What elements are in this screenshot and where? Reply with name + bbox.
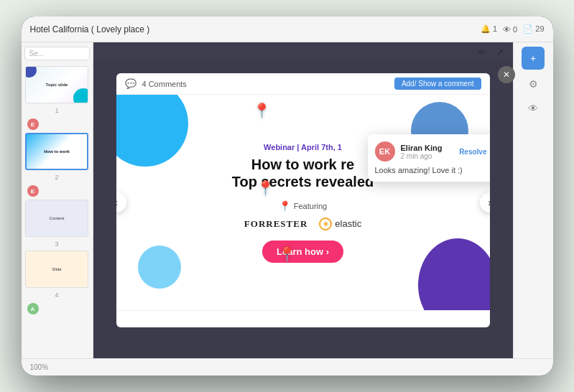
pin-marker-bottom[interactable]: 📍 (278, 246, 296, 263)
top-bar-icons: 🔔 1 👁 0 📄 29 (481, 24, 545, 34)
modal-comment-bar: 💬 4 Comments Add/ Show a comment (116, 73, 490, 95)
comment-popup: EK Eliran King 2 min ago Resolve ⋮ Lo (368, 134, 490, 182)
add-comment-button[interactable]: Add/ Show a comment (394, 78, 481, 90)
commenter-info: Eliran King 2 min ago (401, 144, 454, 160)
slide-thumb-4[interactable]: Slide (25, 251, 88, 288)
slide-thumb-1[interactable]: Topic slide (25, 66, 88, 103)
slide-inner: Webinar | April 7th, 1 How to work re To… (116, 95, 490, 310)
elastic-icon: ◉ (319, 218, 332, 230)
status-bar: 100% (22, 358, 553, 375)
modal-bottom-bar (116, 310, 490, 327)
slide-number-2: 2 (24, 174, 90, 181)
device-frame: Hotel California ( Lovely place ) 🔔 1 👁 … (22, 17, 553, 375)
center-content: ✏ ↗ ✕ 💬 4 Comments Add/ Show a comment (93, 42, 513, 358)
featuring-label: 📍 Featuring (279, 200, 327, 212)
slide-thumb-2[interactable]: How to work (25, 133, 88, 170)
pin-marker-top[interactable]: 📍 (253, 102, 271, 119)
right-panel: + ⚙ 👁 (513, 42, 553, 358)
modal-container: ✕ 💬 4 Comments Add/ Show a comment (116, 73, 490, 327)
commenter-name: Eliran King (401, 144, 454, 152)
slide-headline: How to work re Top secrets revealed (232, 156, 374, 190)
avatar-row-4: A (24, 303, 90, 314)
slide-thumb-3[interactable]: Content (25, 200, 88, 237)
logos-row: FORRESTER ◉ elastic (244, 218, 361, 230)
main-area: Se... Topic slide 1 E How to work (22, 42, 553, 358)
reactions-count: 🔔 1 (481, 24, 497, 34)
close-button[interactable]: ✕ (498, 66, 515, 83)
avatar-3: A (27, 303, 39, 314)
slide-number-1: 1 (24, 107, 90, 114)
avatar-2: E (27, 185, 39, 197)
pin-icon-bottom: 📍 (278, 246, 296, 263)
comment-header: EK Eliran King 2 min ago Resolve ⋮ (375, 141, 490, 162)
featuring-pin-icon: 📍 (279, 200, 291, 212)
right-panel-action-btn[interactable]: + (522, 47, 545, 70)
comment-time: 2 min ago (401, 152, 454, 160)
left-sidebar: Se... Topic slide 1 E How to work (22, 42, 93, 358)
commenter-avatar: EK (375, 141, 395, 162)
pin-icon-middle: 📍 (256, 179, 274, 197)
slide-content: 📍 📍 📍 Webinar | April 7 (116, 95, 490, 310)
resolve-button[interactable]: Resolve (459, 148, 486, 156)
avatar-row-2: E (24, 185, 90, 197)
top-bar: Hotel California ( Lovely place ) 🔔 1 👁 … (22, 17, 553, 42)
avatar-1: E (27, 118, 39, 130)
slide-viewer: 📍 📍 📍 Webinar | April 7 (116, 95, 490, 310)
pin-icon-top: 📍 (253, 102, 271, 119)
pin-marker-middle[interactable]: 📍 (256, 179, 274, 197)
slide-number-3: 3 (24, 241, 90, 248)
learn-how-button[interactable]: Learn how › (262, 241, 343, 263)
views-count: 👁 0 (503, 25, 517, 34)
headline-line1: How to work re (232, 156, 374, 173)
right-panel-icon-1[interactable]: ⚙ (523, 74, 543, 94)
comment-text: Looks amazing! Love it :) (375, 166, 490, 174)
webinar-label: Webinar | April 7th, 1 (264, 143, 342, 151)
modal-overlay: ✕ 💬 4 Comments Add/ Show a comment (93, 42, 513, 358)
right-panel-icon-2[interactable]: 👁 (523, 98, 543, 118)
slide-number-4: 4 (24, 291, 90, 299)
slides-count: 📄 29 (523, 24, 544, 34)
headline-line2: Top secrets revealed (232, 173, 374, 190)
elastic-logo: ◉ elastic (319, 218, 361, 230)
zoom-level: 100% (30, 363, 49, 371)
search-input[interactable]: Se... (24, 47, 90, 60)
comments-count: 4 Comments (142, 80, 187, 88)
app-title: Hotel California ( Lovely place ) (30, 24, 481, 34)
app-chrome: Hotel California ( Lovely place ) 🔔 1 👁 … (22, 17, 553, 375)
avatar-row-1: E (24, 118, 90, 130)
forrester-logo: FORRESTER (244, 218, 307, 230)
